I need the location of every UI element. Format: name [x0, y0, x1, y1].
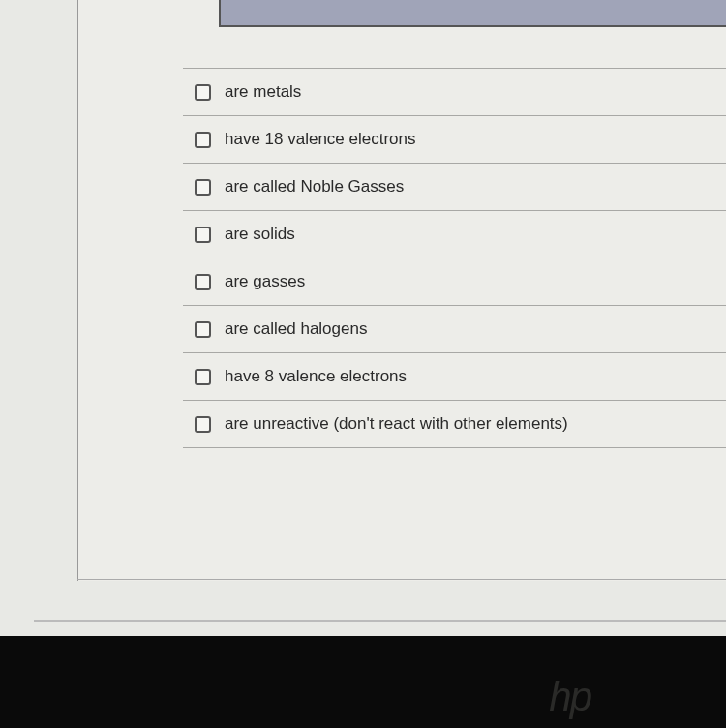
list-item[interactable]: are metals [183, 68, 726, 115]
list-item[interactable]: have 8 valence electrons [183, 352, 726, 400]
option-label: are unreactive (don't react with other e… [225, 414, 568, 434]
option-label: are called halogens [225, 319, 367, 339]
list-item[interactable]: are solids [183, 210, 726, 258]
page-divider [34, 620, 726, 622]
checkbox-icon[interactable] [195, 321, 211, 338]
hp-logo: hp [549, 674, 590, 720]
panel-bottom-border [77, 579, 726, 580]
option-label: have 18 valence electrons [225, 130, 416, 149]
checkbox-icon[interactable] [195, 84, 211, 101]
option-label: are gasses [225, 272, 305, 291]
header-box [219, 0, 726, 27]
option-label: are solids [225, 225, 295, 244]
list-item[interactable]: have 18 valence electrons [183, 115, 726, 163]
list-item[interactable]: are unreactive (don't react with other e… [183, 400, 726, 448]
checkbox-icon[interactable] [195, 227, 211, 243]
list-item[interactable]: are gasses [183, 258, 726, 305]
quiz-panel: are metals have 18 valence electrons are… [77, 0, 726, 581]
checkbox-icon[interactable] [195, 274, 211, 290]
laptop-bezel: hp [0, 636, 726, 728]
list-item[interactable]: are called Noble Gasses [183, 163, 726, 210]
option-label: have 8 valence electrons [225, 367, 407, 386]
list-item[interactable]: are called halogens [183, 305, 726, 352]
checkbox-list: are metals have 18 valence electrons are… [183, 68, 726, 448]
option-label: are metals [225, 82, 301, 102]
checkbox-icon[interactable] [195, 369, 211, 385]
checkbox-icon[interactable] [195, 132, 211, 148]
option-label: are called Noble Gasses [225, 177, 404, 197]
checkbox-icon[interactable] [195, 416, 211, 433]
checkbox-icon[interactable] [195, 179, 211, 196]
